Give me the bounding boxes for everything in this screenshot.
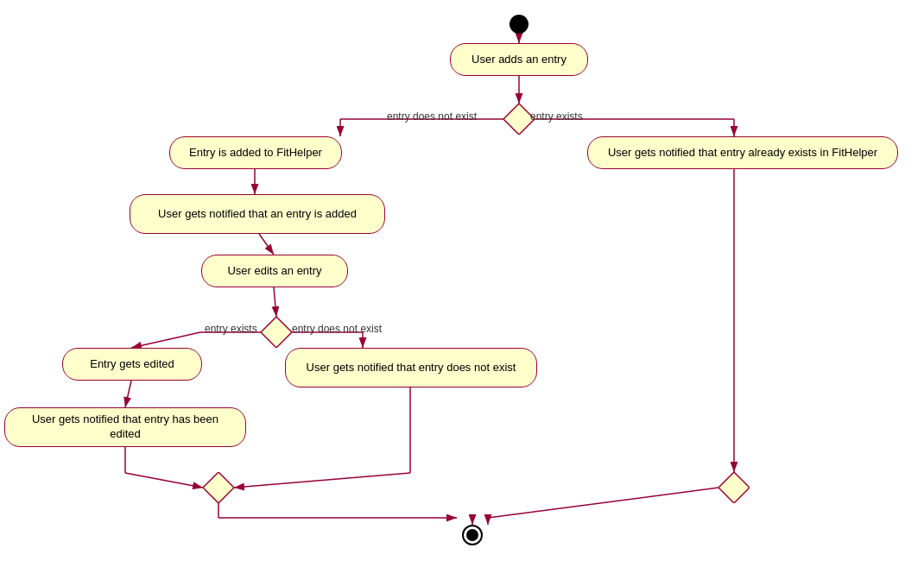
end-inner [466,529,478,541]
arrows-svg [0,0,924,567]
svg-marker-28 [718,472,750,503]
svg-line-8 [259,234,274,255]
svg-marker-26 [261,317,292,348]
user-adds-entry-node: User adds an entry [450,43,588,76]
user-notified-not-exist-node: User gets notified that entry does not e… [285,348,537,387]
svg-line-11 [131,332,200,348]
user-notified-edited-node: User gets notified that entry has been e… [4,407,246,447]
svg-line-18 [234,473,410,488]
user-edits-entry-node: User edits an entry [201,255,348,287]
svg-marker-27 [203,472,234,503]
diamond4 [718,472,750,503]
label-entry-does-not-exist-2: entry does not exist [292,323,382,335]
diamond2 [261,317,292,348]
entry-added-fithelper-node: Entry is added to FitHelper [169,136,342,169]
diamond3 [203,472,234,503]
label-entry-exists-2: entry exists [205,323,257,335]
user-notified-added-node: User gets notified that an entry is adde… [130,194,385,234]
svg-line-22 [488,488,718,518]
user-notified-exists-node: User gets notified that entry already ex… [587,136,898,169]
end-node [462,525,483,545]
diagram: User adds an entry Entry is added to Fit… [0,0,924,567]
svg-line-14 [125,381,131,407]
entry-gets-edited-node: Entry gets edited [62,348,202,381]
svg-line-16 [125,473,203,488]
svg-line-9 [274,287,276,317]
label-entry-exists-1: entry exists [530,110,583,123]
label-entry-does-not-exist-1: entry does not exist [387,110,477,123]
start-node [509,15,528,34]
